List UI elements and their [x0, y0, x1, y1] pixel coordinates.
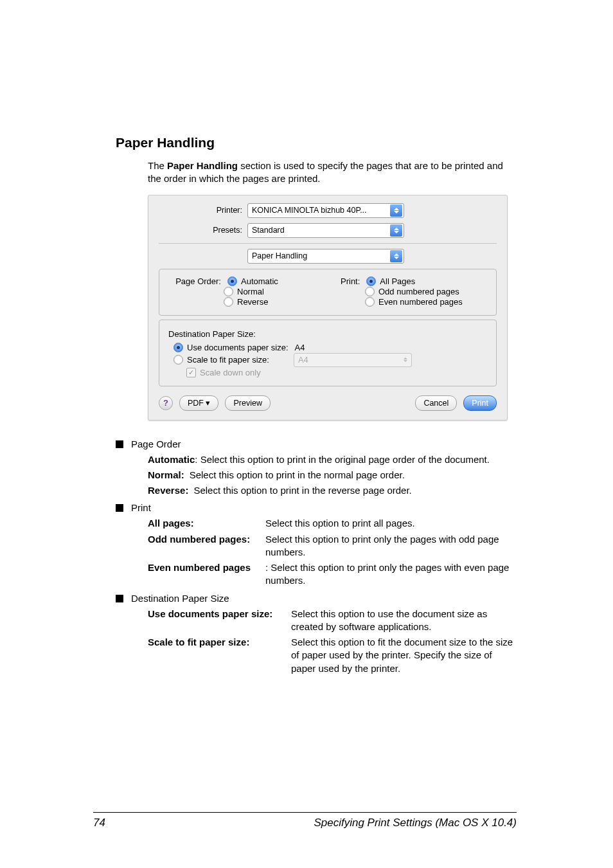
- normal-def-text: Select this option to print in the norma…: [190, 469, 405, 482]
- automatic-def-text: : Select this option to print in the ori…: [195, 454, 490, 465]
- even-def-label: Even numbered pages: [148, 562, 251, 573]
- scale-fit-def-text: Select this option to fit the document s…: [291, 636, 517, 675]
- print-dialog: Printer: KONICA MINOLTA bizhub 40P... Pr…: [148, 195, 508, 420]
- print-title: Print: [131, 502, 151, 513]
- print-label: Print:: [341, 276, 362, 286]
- printer-combo[interactable]: KONICA MINOLTA bizhub 40P...: [247, 203, 404, 218]
- bullet-icon: [116, 595, 123, 602]
- radio-scale-to-fit[interactable]: [173, 355, 183, 365]
- radio-reverse[interactable]: [224, 297, 233, 307]
- normal-def-label: Normal: [148, 469, 181, 480]
- checkbox-scale-down: ✓: [186, 368, 196, 377]
- printer-value: KONICA MINOLTA bizhub 40P...: [252, 206, 367, 215]
- radio-all-pages[interactable]: [366, 276, 376, 286]
- dps-use-label: Use documents paper size:: [187, 343, 289, 352]
- dps-scale-value: A4: [298, 355, 308, 365]
- section-value: Paper Handling: [252, 251, 307, 260]
- intro-a: The: [148, 160, 167, 171]
- footer-title: Specifying Print Settings (Mac OS X 10.4…: [105, 817, 517, 829]
- presets-label: Presets:: [159, 226, 247, 235]
- destination-fieldset: Destination Paper Size: Use documents pa…: [159, 320, 497, 386]
- po-reverse: Reverse: [237, 297, 268, 307]
- separator: [159, 243, 497, 244]
- use-doc-def-label: Use documents paper size: [148, 608, 269, 619]
- pr-all: All Pages: [380, 276, 415, 286]
- options-fieldset: Page Order: Automatic Normal Reverse: [159, 269, 497, 316]
- presets-value: Standard: [252, 226, 285, 235]
- bullet-icon: [116, 504, 123, 512]
- presets-combo[interactable]: Standard: [247, 223, 404, 238]
- pr-even: Even numbered pages: [378, 297, 463, 307]
- section-combo[interactable]: Paper Handling: [247, 249, 404, 264]
- section-heading: Paper Handling: [116, 135, 517, 150]
- print-button[interactable]: Print: [463, 395, 497, 411]
- po-normal: Normal: [237, 287, 264, 296]
- odd-def-text: Select this option to print only the pag…: [265, 533, 517, 559]
- preview-button[interactable]: Preview: [225, 395, 270, 411]
- odd-def-label: Odd numbered pages: [148, 534, 247, 545]
- scale-fit-def-label: Scale to fit paper size: [148, 637, 246, 647]
- page-number: 74: [93, 817, 105, 829]
- all-def-text: Select this option to print all pages.: [265, 517, 415, 530]
- dps-scaledown: Scale down only: [200, 368, 261, 377]
- pdf-button[interactable]: PDF ▾: [179, 395, 218, 411]
- automatic-def-label: Automatic: [148, 454, 195, 465]
- use-doc-def-text: Select this option to use the document s…: [291, 608, 517, 634]
- chevron-updown-icon: [390, 250, 402, 262]
- chevron-updown-icon: [390, 224, 402, 237]
- dps-use-value: A4: [295, 343, 305, 352]
- bullet-icon: [116, 440, 123, 448]
- all-def-label: All pages: [148, 518, 191, 529]
- page-order-title: Page Order: [131, 439, 181, 449]
- cancel-button[interactable]: Cancel: [415, 395, 457, 411]
- page-order-label: Page Order:: [167, 276, 224, 286]
- intro-bold: Paper Handling: [167, 160, 238, 171]
- po-automatic: Automatic: [241, 276, 278, 286]
- radio-even-pages[interactable]: [365, 297, 375, 307]
- help-button[interactable]: ?: [159, 396, 173, 410]
- radio-normal[interactable]: [224, 287, 233, 296]
- page-footer: 74 Specifying Print Settings (Mac OS X 1…: [93, 812, 517, 829]
- dps-section-title: Destination Paper Size: [131, 593, 229, 604]
- even-def-text: : Select this option to print only the p…: [265, 561, 517, 588]
- reverse-def-label: Reverse: [148, 485, 185, 496]
- printer-label: Printer:: [159, 206, 247, 215]
- chevron-updown-icon: [390, 204, 402, 217]
- reverse-def-text: Select this option to print in the rever…: [193, 484, 411, 497]
- dps-title: Destination Paper Size:: [168, 329, 488, 339]
- radio-automatic[interactable]: [227, 276, 237, 286]
- intro-text: The Paper Handling section is used to sp…: [148, 159, 517, 186]
- radio-odd-pages[interactable]: [365, 287, 375, 296]
- pr-odd: Odd numbered pages: [378, 287, 459, 296]
- radio-use-doc-size[interactable]: [173, 343, 183, 352]
- scale-paper-combo: A4: [294, 353, 412, 367]
- pdf-label: PDF ▾: [188, 398, 210, 408]
- dps-scale-label: Scale to fit paper size:: [187, 355, 269, 365]
- chevron-updown-icon: [404, 357, 407, 362]
